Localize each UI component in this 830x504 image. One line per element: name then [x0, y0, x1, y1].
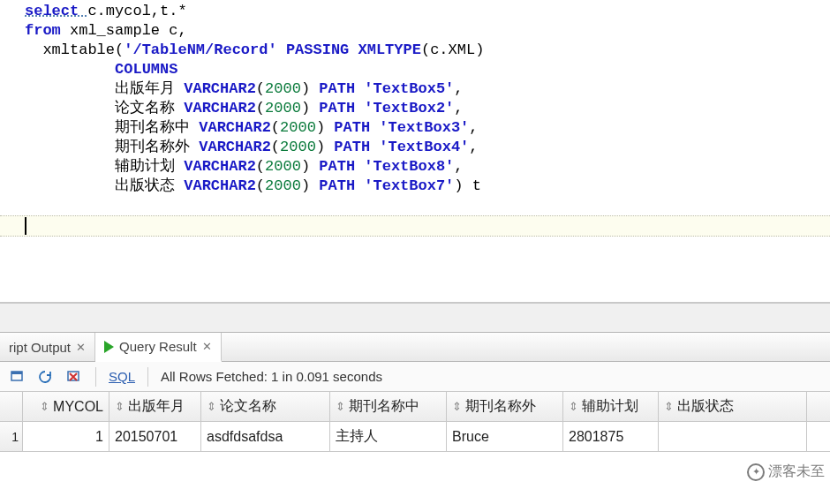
- cell[interactable]: 主持人: [330, 422, 447, 451]
- code-line[interactable]: select c.mycol,t.*: [0, 2, 830, 21]
- tab-label: Query Result: [119, 339, 197, 354]
- code-line[interactable]: 期刊名称外 VARCHAR2(2000) PATH 'TextBox4',: [0, 138, 830, 157]
- close-icon[interactable]: ✕: [76, 341, 86, 354]
- sort-icon: ⇕: [115, 400, 124, 413]
- column-header[interactable]: ⇕ 期刊名称外: [447, 392, 563, 421]
- code-line[interactable]: 辅助计划 VARCHAR2(2000) PATH 'TextBox8',: [0, 157, 830, 177]
- table-row[interactable]: 1 1 20150701 asdfdsafdsa 主持人 Bruce 28018…: [0, 422, 830, 452]
- column-label: 辅助计划: [582, 397, 638, 416]
- result-grid: ⇕ MYCOL ⇕ 出版年月 ⇕ 论文名称 ⇕ 期刊名称中 ⇕ 期刊名称外 ⇕ …: [0, 392, 830, 452]
- column-header[interactable]: ⇕ MYCOL: [23, 392, 109, 421]
- code-line[interactable]: 期刊名称中 VARCHAR2(2000) PATH 'TextBox3',: [0, 118, 830, 138]
- code-line[interactable]: 论文名称 VARCHAR2(2000) PATH 'TextBox2',: [0, 99, 830, 118]
- toolbar-separator: [147, 367, 148, 387]
- column-label: 出版状态: [677, 397, 734, 416]
- tab-label: ript Output: [9, 340, 71, 355]
- refresh-icon[interactable]: [35, 367, 55, 387]
- column-header[interactable]: ⇕ 出版状态: [659, 392, 807, 421]
- watermark: ✦ 漂客未至: [747, 463, 825, 481]
- code-line[interactable]: xmltable('/TableNM/Record' PASSING XMLTY…: [0, 41, 830, 60]
- column-header[interactable]: ⇕ 论文名称: [201, 392, 330, 421]
- watermark-logo-icon: ✦: [747, 463, 765, 481]
- cell[interactable]: 2801875: [563, 422, 659, 451]
- column-label: 出版年月: [128, 397, 185, 416]
- code-line[interactable]: 出版状态 VARCHAR2(2000) PATH 'TextBox7') t: [0, 177, 830, 196]
- play-icon: [104, 341, 114, 353]
- code-line[interactable]: COLUMNS: [0, 60, 830, 79]
- column-label: 期刊名称外: [465, 397, 536, 416]
- fetch-status: All Rows Fetched: 1 in 0.091 seconds: [161, 369, 382, 384]
- column-header[interactable]: ⇕ 期刊名称中: [330, 392, 447, 421]
- rownum-cell: 1: [0, 422, 23, 451]
- sort-icon: ⇕: [664, 400, 674, 413]
- rownum-header: [0, 392, 23, 421]
- sort-icon: ⇕: [207, 400, 216, 413]
- close-icon[interactable]: ✕: [202, 340, 212, 353]
- cell[interactable]: [659, 422, 807, 451]
- sort-icon: ⇕: [452, 400, 462, 413]
- editor-splitter[interactable]: [0, 302, 830, 332]
- current-line[interactable]: [0, 215, 830, 237]
- cell[interactable]: Bruce: [447, 422, 563, 451]
- cell[interactable]: asdfdsafdsa: [201, 422, 330, 451]
- column-header[interactable]: ⇕ 出版年月: [109, 392, 201, 421]
- output-tabs: ript Output ✕ Query Result ✕: [0, 332, 830, 362]
- toolbar-separator: [95, 367, 96, 387]
- column-header[interactable]: ⇕ 辅助计划: [563, 392, 659, 421]
- tab-query-result[interactable]: Query Result ✕: [95, 333, 222, 362]
- cell[interactable]: 1: [23, 422, 109, 451]
- svg-rect-1: [11, 372, 22, 374]
- result-toolbar: SQL All Rows Fetched: 1 in 0.091 seconds: [0, 362, 830, 392]
- sort-icon: ⇕: [40, 400, 49, 413]
- cell[interactable]: 20150701: [109, 422, 201, 451]
- sql-link[interactable]: SQL: [109, 369, 135, 384]
- column-label: 期刊名称中: [349, 397, 419, 416]
- sql-editor[interactable]: select c.mycol,t.*from xml_sample c, xml…: [0, 0, 830, 302]
- column-label: MYCOL: [53, 399, 103, 415]
- watermark-text: 漂客未至: [768, 463, 825, 481]
- sort-icon: ⇕: [569, 400, 578, 413]
- grid-header-row: ⇕ MYCOL ⇕ 出版年月 ⇕ 论文名称 ⇕ 期刊名称中 ⇕ 期刊名称外 ⇕ …: [0, 392, 830, 422]
- code-line[interactable]: [0, 196, 830, 215]
- pin-icon[interactable]: [7, 367, 26, 387]
- clear-icon[interactable]: [64, 367, 83, 387]
- caret-icon: [25, 217, 26, 235]
- column-label: 论文名称: [220, 397, 276, 416]
- code-line[interactable]: 出版年月 VARCHAR2(2000) PATH 'TextBox5',: [0, 79, 830, 99]
- sort-icon: ⇕: [336, 400, 345, 413]
- tab-script-output[interactable]: ript Output ✕: [0, 333, 95, 361]
- code-line[interactable]: from xml_sample c,: [0, 21, 830, 41]
